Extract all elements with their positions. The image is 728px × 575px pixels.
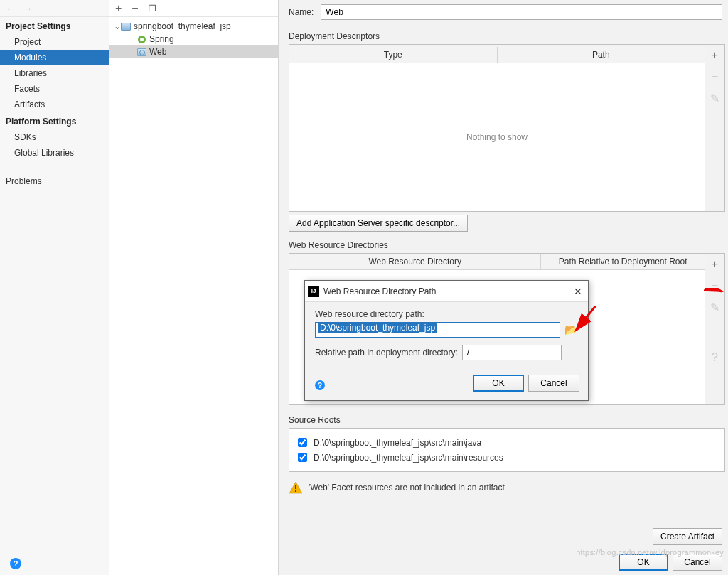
spring-icon bbox=[136, 34, 146, 44]
add-icon[interactable]: + bbox=[712, 49, 718, 62]
source-root-path: D:\0\springboot_thymeleaf_jsp\src\main\r… bbox=[314, 453, 503, 463]
sidebar-item-project[interactable]: Project bbox=[0, 34, 109, 50]
dialog-path-label: Web resource directory path: bbox=[315, 309, 578, 319]
dialog-relative-label: Relative path in deployment directory: bbox=[315, 348, 458, 358]
warning-text: 'Web' Facet resources are not included i… bbox=[309, 483, 505, 493]
tree-toolbar: + − ❐ bbox=[109, 0, 278, 17]
platform-settings-header: Platform Settings bbox=[0, 112, 109, 129]
source-roots-box: D:\0\springboot_thymeleaf_jsp\src\main\j… bbox=[289, 428, 725, 472]
chevron-down-icon[interactable]: ⌄ bbox=[114, 21, 121, 31]
sidebar-item-global-libraries[interactable]: Global Libraries bbox=[0, 145, 109, 161]
edit-icon: ✎ bbox=[710, 301, 719, 314]
deployment-descriptors-table: Type Path Nothing to show + − ✎ bbox=[289, 44, 725, 212]
col-path: Path bbox=[498, 47, 705, 63]
help-icon[interactable]: ? bbox=[315, 380, 325, 390]
svg-rect-2 bbox=[295, 490, 296, 492]
tree-project-row[interactable]: ⌄ springboot_thymeleaf_jsp bbox=[109, 20, 278, 33]
source-root-row[interactable]: D:\0\springboot_thymeleaf_jsp\src\main\r… bbox=[295, 451, 719, 464]
web-resource-dirs-label: Web Resource Directories bbox=[289, 240, 725, 250]
add-descriptor-button[interactable]: Add Application Server specific descript… bbox=[289, 215, 468, 232]
remove-icon[interactable]: − bbox=[132, 2, 138, 15]
forward-icon[interactable]: → bbox=[23, 3, 33, 14]
tree-child-label: Web bbox=[149, 47, 166, 57]
name-input[interactable] bbox=[321, 4, 722, 20]
tree-child-spring[interactable]: Spring bbox=[109, 33, 278, 45]
nav-toolbar: ← → bbox=[0, 0, 109, 17]
dialog-ok-button[interactable]: OK bbox=[473, 375, 524, 392]
sidebar-item-libraries[interactable]: Libraries bbox=[0, 65, 109, 81]
watermark-text: https://blog.csdn.net/wildprogrammonkey bbox=[576, 548, 724, 557]
add-icon[interactable]: + bbox=[712, 258, 718, 271]
close-icon[interactable]: ✕ bbox=[574, 286, 582, 297]
sidebar-item-sdks[interactable]: SDKs bbox=[0, 129, 109, 145]
tree-child-web[interactable]: Web bbox=[109, 45, 278, 58]
source-root-row[interactable]: D:\0\springboot_thymeleaf_jsp\src\main\j… bbox=[295, 436, 719, 449]
dialog-cancel-button[interactable]: Cancel bbox=[528, 375, 579, 392]
copy-icon[interactable]: ❐ bbox=[149, 4, 156, 14]
col-type: Type bbox=[289, 47, 498, 63]
remove-icon: − bbox=[712, 279, 718, 292]
edit-icon: ✎ bbox=[710, 92, 719, 105]
intellij-icon: IJ bbox=[308, 286, 319, 297]
sidebar-item-modules[interactable]: Modules bbox=[0, 50, 109, 65]
col-webres-relpath: Path Relative to Deployment Root bbox=[541, 254, 705, 269]
project-settings-header: Project Settings bbox=[0, 17, 109, 34]
dialog-relative-input[interactable] bbox=[462, 345, 562, 360]
remove-icon: − bbox=[712, 70, 718, 83]
tree-child-label: Spring bbox=[149, 34, 174, 44]
sidebar-item-artifacts[interactable]: Artifacts bbox=[0, 97, 109, 112]
module-tree-panel: + − ❐ ⌄ springboot_thymeleaf_jsp Spring … bbox=[109, 0, 279, 575]
source-roots-label: Source Roots bbox=[289, 415, 725, 425]
sidebar-item-problems[interactable]: Problems bbox=[0, 173, 109, 189]
folder-icon bbox=[121, 21, 131, 31]
source-root-checkbox[interactable] bbox=[298, 453, 307, 462]
web-resource-path-dialog: IJ Web Resource Directory Path ✕ Web res… bbox=[304, 280, 589, 401]
dialog-path-input[interactable]: D:\0\springboot_thymeleaf_jsp bbox=[315, 322, 560, 338]
add-icon[interactable]: + bbox=[115, 2, 122, 15]
source-root-checkbox[interactable] bbox=[298, 438, 307, 447]
deployment-empty-text: Nothing to show bbox=[289, 63, 705, 211]
browse-icon[interactable]: 📂 bbox=[564, 323, 578, 336]
name-label: Name: bbox=[289, 7, 314, 17]
settings-sidebar: ← → Project Settings Project Modules Lib… bbox=[0, 0, 109, 575]
source-root-path: D:\0\springboot_thymeleaf_jsp\src\main\j… bbox=[314, 438, 481, 448]
tree-project-label: springboot_thymeleaf_jsp bbox=[134, 21, 231, 31]
sidebar-item-facets[interactable]: Facets bbox=[0, 81, 109, 97]
col-webres-dir: Web Resource Directory bbox=[289, 254, 541, 269]
back-icon[interactable]: ← bbox=[6, 3, 16, 14]
warning-icon bbox=[289, 481, 303, 494]
deployment-descriptors-label: Deployment Descriptors bbox=[289, 31, 725, 41]
dialog-title: Web Resource Directory Path bbox=[323, 286, 437, 296]
svg-rect-1 bbox=[295, 485, 296, 489]
help-icon[interactable]: ? bbox=[10, 558, 21, 569]
create-artifact-button[interactable]: Create Artifact bbox=[653, 528, 722, 545]
help-small-icon[interactable]: ? bbox=[712, 351, 718, 364]
web-icon bbox=[136, 47, 146, 57]
